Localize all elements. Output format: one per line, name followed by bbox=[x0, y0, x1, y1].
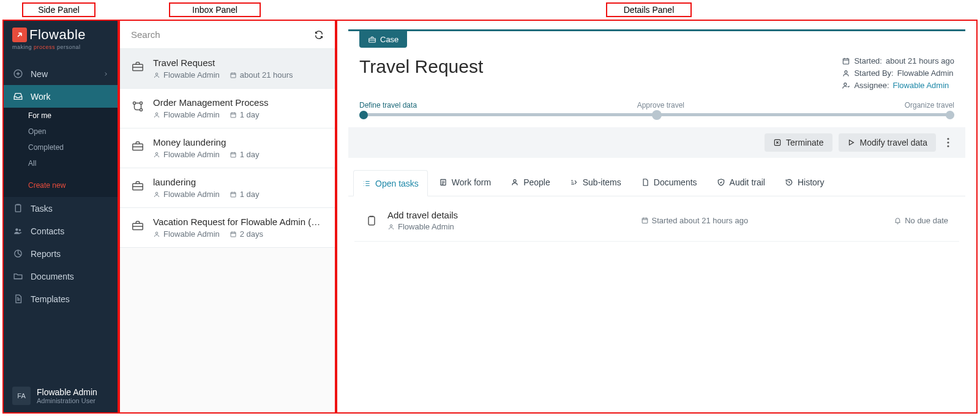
tab-history[interactable]: History bbox=[776, 170, 833, 196]
annotation-details-panel: Details Panel bbox=[606, 2, 692, 17]
nav-work[interactable]: Work bbox=[4, 85, 118, 108]
inbox-item-time: 1 day bbox=[240, 190, 260, 199]
plus-circle-icon bbox=[12, 69, 23, 79]
inbox-list: Travel RequestFlowable Adminabout 21 hou… bbox=[120, 49, 335, 412]
calendar-icon bbox=[230, 231, 237, 238]
terminate-button[interactable]: Terminate bbox=[765, 133, 832, 152]
calendar-icon bbox=[230, 72, 237, 79]
inbox-item-owner: Flowable Admin bbox=[163, 110, 220, 119]
stage-2-dot[interactable] bbox=[652, 110, 662, 120]
bell-icon bbox=[894, 217, 902, 225]
sub-completed[interactable]: Completed bbox=[4, 139, 118, 155]
briefcase-icon bbox=[368, 35, 376, 44]
history-icon bbox=[785, 178, 793, 187]
nav-templates[interactable]: Templates bbox=[4, 288, 118, 310]
flow-icon bbox=[131, 97, 144, 119]
x-square-icon bbox=[773, 138, 782, 147]
user-role: Administration User bbox=[37, 397, 97, 404]
task-started: Started about 21 hours ago bbox=[652, 216, 749, 225]
nav-contacts[interactable]: Contacts bbox=[4, 220, 118, 242]
sub-create-new[interactable]: Create new bbox=[4, 177, 118, 193]
tab-audit-trail[interactable]: Audit trail bbox=[708, 170, 774, 196]
inbox-item-title: Money laundering bbox=[153, 137, 324, 147]
pie-chart-icon bbox=[12, 248, 23, 259]
modify-button[interactable]: Modify travel data bbox=[839, 133, 937, 152]
detail-tabs: Open tasks Work form People Sub-items Do… bbox=[348, 170, 965, 196]
nav-new[interactable]: New bbox=[4, 62, 118, 85]
inbox-item[interactable]: launderingFlowable Admin1 day bbox=[120, 168, 335, 208]
assignee-link[interactable]: Flowable Admin bbox=[893, 81, 949, 90]
current-user[interactable]: FA Flowable Admin Administration User bbox=[4, 379, 118, 412]
document-icon bbox=[641, 178, 649, 187]
nav-documents[interactable]: Documents bbox=[4, 265, 118, 288]
annotation-side-panel: Side Panel bbox=[22, 2, 95, 17]
calendar-icon bbox=[641, 217, 649, 225]
task-due: No due date bbox=[905, 216, 948, 225]
tab-documents[interactable]: Documents bbox=[632, 170, 706, 196]
refresh-icon[interactable] bbox=[314, 30, 324, 40]
app-root: Flowable making process personal New Wor… bbox=[2, 20, 978, 414]
nav-contacts-label: Contacts bbox=[31, 226, 64, 236]
stage-1-dot[interactable] bbox=[359, 111, 368, 119]
briefcase-icon bbox=[131, 177, 144, 199]
svg-rect-18 bbox=[231, 192, 236, 197]
inbox-item-time: 1 day bbox=[240, 150, 260, 159]
tab-people[interactable]: People bbox=[502, 170, 559, 196]
svg-point-33 bbox=[390, 225, 392, 227]
nav-work-subitems: For me Open Completed All Create new bbox=[4, 108, 118, 197]
svg-rect-21 bbox=[231, 232, 236, 237]
nav-work-label: Work bbox=[31, 92, 50, 102]
action-bar: Terminate Modify travel data bbox=[348, 127, 965, 158]
logo-tagline: making process personal bbox=[12, 44, 109, 50]
assignee-label: Assignee: bbox=[854, 81, 889, 90]
list-icon bbox=[362, 179, 371, 188]
sub-open[interactable]: Open bbox=[4, 124, 118, 139]
inbox-item-time: 2 days bbox=[240, 229, 263, 239]
inbox-item-title: Vacation Request for Flowable Admin (… bbox=[153, 217, 324, 227]
tab-sub-items[interactable]: Sub-items bbox=[561, 170, 630, 196]
logo: Flowable making process personal bbox=[4, 21, 118, 54]
person-icon bbox=[511, 178, 519, 187]
sub-for-me[interactable]: For me bbox=[4, 108, 118, 124]
svg-rect-1 bbox=[15, 205, 21, 212]
user-icon bbox=[153, 111, 160, 119]
inbox-item-owner: Flowable Admin bbox=[163, 70, 220, 80]
svg-point-28 bbox=[947, 141, 949, 143]
svg-point-8 bbox=[133, 102, 135, 104]
shield-check-icon bbox=[717, 178, 725, 187]
svg-point-29 bbox=[947, 145, 949, 147]
calendar-icon bbox=[230, 191, 237, 198]
stage-3-dot[interactable] bbox=[946, 111, 954, 119]
svg-rect-7 bbox=[231, 73, 236, 78]
nav-tasks-label: Tasks bbox=[31, 204, 53, 214]
search-input[interactable] bbox=[131, 29, 314, 40]
nav-templates-label: Templates bbox=[31, 294, 70, 304]
stage-progress: Define travel data Approve travel Organi… bbox=[348, 96, 965, 127]
tab-work-form[interactable]: Work form bbox=[430, 170, 499, 196]
svg-point-20 bbox=[155, 232, 158, 234]
nav-tasks[interactable]: Tasks bbox=[4, 197, 118, 220]
inbox-item[interactable]: Order Management ProcessFlowable Admin1 … bbox=[120, 89, 335, 128]
svg-point-14 bbox=[155, 152, 158, 155]
details-panel: Case Travel Request Started: about 21 ho… bbox=[336, 20, 978, 414]
tab-documents-label: Documents bbox=[654, 177, 697, 187]
case-meta: Started: about 21 hours ago Started By: … bbox=[842, 56, 954, 90]
inbox-item[interactable]: Money launderingFlowable Admin1 day bbox=[120, 128, 335, 168]
more-actions-button[interactable] bbox=[942, 134, 954, 151]
svg-point-24 bbox=[845, 70, 847, 73]
user-name: Flowable Admin bbox=[37, 387, 97, 397]
sub-all[interactable]: All bbox=[4, 155, 118, 171]
svg-point-25 bbox=[844, 83, 847, 85]
svg-rect-12 bbox=[231, 113, 236, 117]
task-owner: Flowable Admin bbox=[398, 222, 454, 231]
nav-reports[interactable]: Reports bbox=[4, 242, 118, 265]
svg-point-9 bbox=[140, 102, 142, 104]
started-label: Started: bbox=[854, 56, 882, 65]
inbox-item[interactable]: Travel RequestFlowable Adminabout 21 hou… bbox=[120, 49, 335, 89]
inbox-item[interactable]: Vacation Request for Flowable Admin (…Fl… bbox=[120, 208, 335, 248]
open-task-row[interactable]: Add travel details Flowable Admin Starte… bbox=[354, 200, 959, 242]
svg-point-6 bbox=[155, 73, 158, 75]
user-icon bbox=[387, 223, 395, 231]
tab-open-tasks[interactable]: Open tasks bbox=[353, 170, 428, 196]
inbox-item-time: about 21 hours bbox=[240, 70, 293, 80]
